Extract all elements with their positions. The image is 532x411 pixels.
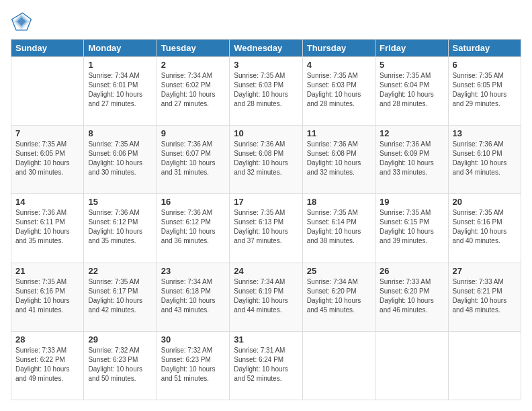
calendar-cell [448, 331, 521, 400]
calendar-header-wednesday: Wednesday [230, 40, 302, 57]
calendar-cell: 15Sunrise: 7:36 AM Sunset: 6:12 PM Dayli… [84, 194, 157, 263]
calendar-cell: 13Sunrise: 7:36 AM Sunset: 6:10 PM Dayli… [448, 126, 521, 194]
calendar-cell: 2Sunrise: 7:34 AM Sunset: 6:02 PM Daylig… [157, 57, 229, 126]
calendar-header-thursday: Thursday [302, 40, 375, 57]
day-info: Sunrise: 7:34 AM Sunset: 6:01 PM Dayligh… [88, 71, 152, 109]
calendar-week-3: 14Sunrise: 7:36 AM Sunset: 6:11 PM Dayli… [11, 194, 521, 263]
day-info: Sunrise: 7:36 AM Sunset: 6:07 PM Dayligh… [161, 140, 225, 177]
calendar-header-tuesday: Tuesday [157, 40, 229, 57]
day-number: 19 [380, 197, 443, 207]
day-number: 13 [453, 128, 517, 138]
calendar-cell: 23Sunrise: 7:34 AM Sunset: 6:18 PM Dayli… [157, 263, 229, 331]
page: SundayMondayTuesdayWednesdayThursdayFrid… [0, 0, 532, 411]
day-number: 14 [15, 197, 79, 207]
logo [11, 11, 35, 32]
calendar: SundayMondayTuesdayWednesdayThursdayFrid… [11, 39, 521, 400]
day-number: 16 [161, 197, 225, 207]
day-info: Sunrise: 7:32 AM Sunset: 6:23 PM Dayligh… [161, 346, 225, 383]
day-number: 22 [88, 266, 152, 276]
day-number: 3 [234, 60, 298, 70]
calendar-cell: 26Sunrise: 7:33 AM Sunset: 6:20 PM Dayli… [375, 263, 448, 331]
calendar-header-friday: Friday [375, 40, 448, 57]
calendar-cell [11, 57, 84, 126]
calendar-cell: 9Sunrise: 7:36 AM Sunset: 6:07 PM Daylig… [157, 126, 229, 194]
day-info: Sunrise: 7:35 AM Sunset: 6:03 PM Dayligh… [307, 71, 371, 109]
day-info: Sunrise: 7:34 AM Sunset: 6:20 PM Dayligh… [307, 277, 371, 315]
calendar-cell: 7Sunrise: 7:35 AM Sunset: 6:05 PM Daylig… [11, 126, 84, 194]
calendar-week-4: 21Sunrise: 7:35 AM Sunset: 6:16 PM Dayli… [11, 263, 521, 331]
calendar-cell: 16Sunrise: 7:36 AM Sunset: 6:12 PM Dayli… [157, 194, 229, 263]
day-number: 28 [15, 334, 79, 345]
day-info: Sunrise: 7:36 AM Sunset: 6:11 PM Dayligh… [15, 208, 79, 246]
day-number: 18 [307, 197, 371, 207]
day-info: Sunrise: 7:36 AM Sunset: 6:09 PM Dayligh… [380, 140, 443, 177]
day-number: 15 [88, 197, 152, 207]
day-number: 1 [88, 60, 152, 70]
calendar-week-5: 28Sunrise: 7:33 AM Sunset: 6:22 PM Dayli… [11, 331, 521, 400]
day-info: Sunrise: 7:35 AM Sunset: 6:16 PM Dayligh… [15, 277, 79, 315]
day-info: Sunrise: 7:34 AM Sunset: 6:19 PM Dayligh… [234, 277, 298, 315]
day-info: Sunrise: 7:35 AM Sunset: 6:13 PM Dayligh… [234, 208, 298, 246]
calendar-cell: 21Sunrise: 7:35 AM Sunset: 6:16 PM Dayli… [11, 263, 84, 331]
calendar-cell: 8Sunrise: 7:35 AM Sunset: 6:06 PM Daylig… [84, 126, 157, 194]
day-number: 8 [88, 128, 152, 138]
day-info: Sunrise: 7:35 AM Sunset: 6:05 PM Dayligh… [453, 71, 517, 109]
day-number: 24 [234, 266, 298, 276]
day-info: Sunrise: 7:35 AM Sunset: 6:04 PM Dayligh… [380, 71, 443, 109]
day-number: 5 [380, 60, 443, 70]
day-info: Sunrise: 7:35 AM Sunset: 6:17 PM Dayligh… [88, 277, 152, 315]
calendar-cell: 6Sunrise: 7:35 AM Sunset: 6:05 PM Daylig… [448, 57, 521, 126]
calendar-cell: 10Sunrise: 7:36 AM Sunset: 6:08 PM Dayli… [230, 126, 302, 194]
header [11, 11, 521, 32]
calendar-cell: 25Sunrise: 7:34 AM Sunset: 6:20 PM Dayli… [302, 263, 375, 331]
day-info: Sunrise: 7:36 AM Sunset: 6:08 PM Dayligh… [234, 140, 298, 177]
calendar-week-2: 7Sunrise: 7:35 AM Sunset: 6:05 PM Daylig… [11, 126, 521, 194]
calendar-cell: 4Sunrise: 7:35 AM Sunset: 6:03 PM Daylig… [302, 57, 375, 126]
calendar-cell: 3Sunrise: 7:35 AM Sunset: 6:03 PM Daylig… [230, 57, 302, 126]
calendar-cell: 27Sunrise: 7:33 AM Sunset: 6:21 PM Dayli… [448, 263, 521, 331]
day-info: Sunrise: 7:34 AM Sunset: 6:02 PM Dayligh… [161, 71, 225, 109]
calendar-cell: 11Sunrise: 7:36 AM Sunset: 6:08 PM Dayli… [302, 126, 375, 194]
logo-icon [11, 11, 32, 32]
calendar-cell: 22Sunrise: 7:35 AM Sunset: 6:17 PM Dayli… [84, 263, 157, 331]
day-info: Sunrise: 7:34 AM Sunset: 6:18 PM Dayligh… [161, 277, 225, 315]
day-info: Sunrise: 7:35 AM Sunset: 6:05 PM Dayligh… [15, 140, 79, 177]
day-info: Sunrise: 7:36 AM Sunset: 6:10 PM Dayligh… [453, 140, 517, 177]
day-info: Sunrise: 7:35 AM Sunset: 6:16 PM Dayligh… [453, 208, 517, 246]
calendar-header-row: SundayMondayTuesdayWednesdayThursdayFrid… [11, 40, 521, 57]
calendar-cell: 28Sunrise: 7:33 AM Sunset: 6:22 PM Dayli… [11, 331, 84, 400]
calendar-header-monday: Monday [84, 40, 157, 57]
calendar-cell: 17Sunrise: 7:35 AM Sunset: 6:13 PM Dayli… [230, 194, 302, 263]
day-number: 6 [453, 60, 517, 70]
day-number: 9 [161, 128, 225, 138]
day-number: 7 [15, 128, 79, 138]
calendar-cell: 24Sunrise: 7:34 AM Sunset: 6:19 PM Dayli… [230, 263, 302, 331]
day-info: Sunrise: 7:36 AM Sunset: 6:08 PM Dayligh… [307, 140, 371, 177]
day-number: 26 [380, 266, 443, 276]
day-info: Sunrise: 7:35 AM Sunset: 6:03 PM Dayligh… [234, 71, 298, 109]
calendar-cell [375, 331, 448, 400]
day-number: 31 [234, 334, 298, 345]
day-info: Sunrise: 7:31 AM Sunset: 6:24 PM Dayligh… [234, 346, 298, 383]
day-number: 17 [234, 197, 298, 207]
calendar-cell: 30Sunrise: 7:32 AM Sunset: 6:23 PM Dayli… [157, 331, 229, 400]
day-number: 4 [307, 60, 371, 70]
day-number: 20 [453, 197, 517, 207]
calendar-cell: 20Sunrise: 7:35 AM Sunset: 6:16 PM Dayli… [448, 194, 521, 263]
day-info: Sunrise: 7:35 AM Sunset: 6:06 PM Dayligh… [88, 140, 152, 177]
day-number: 12 [380, 128, 443, 138]
calendar-cell: 1Sunrise: 7:34 AM Sunset: 6:01 PM Daylig… [84, 57, 157, 126]
calendar-cell: 14Sunrise: 7:36 AM Sunset: 6:11 PM Dayli… [11, 194, 84, 263]
day-info: Sunrise: 7:33 AM Sunset: 6:22 PM Dayligh… [15, 346, 79, 383]
day-info: Sunrise: 7:35 AM Sunset: 6:14 PM Dayligh… [307, 208, 371, 246]
day-number: 25 [307, 266, 371, 276]
day-info: Sunrise: 7:36 AM Sunset: 6:12 PM Dayligh… [161, 208, 225, 246]
day-number: 23 [161, 266, 225, 276]
calendar-week-1: 1Sunrise: 7:34 AM Sunset: 6:01 PM Daylig… [11, 57, 521, 126]
calendar-header-saturday: Saturday [448, 40, 521, 57]
day-number: 2 [161, 60, 225, 70]
calendar-cell: 29Sunrise: 7:32 AM Sunset: 6:23 PM Dayli… [84, 331, 157, 400]
day-info: Sunrise: 7:32 AM Sunset: 6:23 PM Dayligh… [88, 346, 152, 383]
day-info: Sunrise: 7:36 AM Sunset: 6:12 PM Dayligh… [88, 208, 152, 246]
calendar-cell [302, 331, 375, 400]
